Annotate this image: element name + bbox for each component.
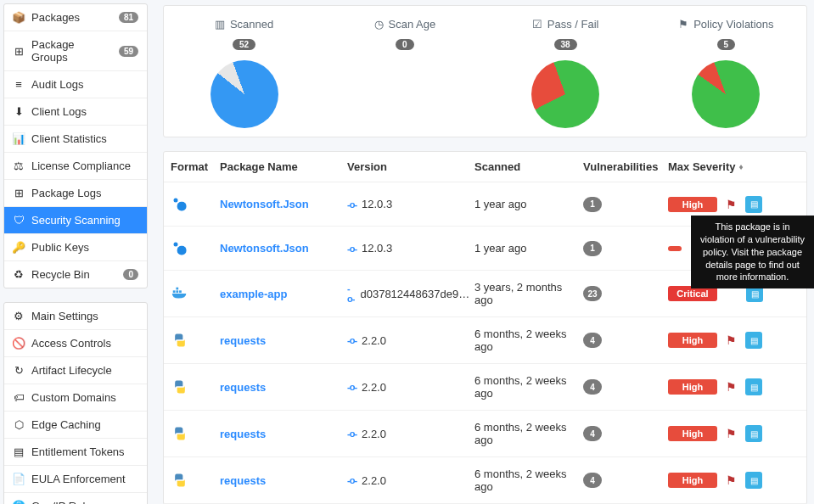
branch-icon: -o- [347,335,356,345]
vuln-count-badge: 1 [583,241,602,256]
nav-icon: ♻ [13,269,25,281]
sidebar-item-label: Edge Caching [31,418,138,431]
table-row: requests-o-2.2.06 months, 2 weeks ago4Hi… [164,364,806,411]
details-button[interactable]: ▤ [745,332,762,349]
package-name-link[interactable]: requests [220,381,347,394]
sidebar-item-client-logs[interactable]: ⬇Client Logs [4,98,147,126]
th-vulns[interactable]: Vulnerabilities [583,160,668,173]
sidebar-item-label: Package Groups [31,38,112,64]
th-format[interactable]: Format [171,160,220,173]
sidebar-item-main-settings[interactable]: ⚙Main Settings [4,303,147,330]
severity-cell: High⚑▤ [668,378,806,395]
th-name[interactable]: Package Name [220,160,347,173]
sidebar-item-edge-caching[interactable]: ⬡Edge Caching [4,412,147,439]
sidebar-item-license-compliance[interactable]: ⚖License Compliance [4,153,147,180]
version-cell: -o-2.2.0 [347,428,474,440]
barcode-icon: ▥ [215,18,225,31]
nav-icon: ▤ [13,446,25,458]
details-button[interactable]: ▤ [745,196,762,213]
violation-flag-icon[interactable]: ⚑ [726,473,737,487]
nav-icon: ⚖ [13,160,25,172]
card-title: Scanned [230,18,273,31]
format-icon [171,471,189,490]
sidebar-item-recycle-bin[interactable]: ♻Recycle Bin0 [4,261,147,288]
format-icon [171,239,189,258]
version-cell: -o-2.2.0 [347,381,474,394]
sidebar-item-packages[interactable]: 📦Packages81 [4,4,147,31]
details-button[interactable]: ▤ [745,425,762,442]
branch-icon: -o- [347,199,356,210]
sidebar-item-public-keys[interactable]: 🔑Public Keys [4,234,147,261]
nav-icon: ≡ [13,79,25,91]
vuln-count-badge: 1 [583,197,602,212]
sidebar-item-label: Client Logs [31,105,138,118]
sidebar-item-geo-ip-rules[interactable]: 🌐Geo/IP Rules [4,493,147,504]
vuln-count-badge: 4 [583,333,602,348]
format-icon [171,378,189,396]
details-button[interactable]: ▤ [745,378,762,395]
violation-flag-icon[interactable]: ⚑ [726,333,737,347]
nav-icon: ⬇ [13,106,25,118]
scanned-cell: 3 years, 2 months ago [474,281,583,306]
branch-icon: -o- [347,283,355,304]
th-severity[interactable]: Max Severity♦ [668,160,806,173]
vuln-cell: 4 [583,426,668,441]
severity-badge: High [668,473,717,488]
nav-icon: ⬡ [13,419,25,431]
severity-badge: High [668,426,717,441]
sidebar-item-entitlement-tokens[interactable]: ▤Entitlement Tokens [4,439,147,466]
details-button[interactable]: ▤ [745,472,762,489]
scanned-cell: 6 months, 2 weeks ago [474,421,583,446]
version-cell: -o-2.2.0 [347,474,474,487]
table-header: Format Package Name Version Scanned Vuln… [164,152,806,182]
sidebar-item-access-controls[interactable]: 🚫Access Controls [4,330,147,357]
sidebar-item-label: Public Keys [31,241,138,254]
sidebar-item-audit-logs[interactable]: ≡Audit Logs [4,71,147,98]
branch-icon: -o- [347,244,356,254]
scanned-cell: 6 months, 2 weeks ago [474,374,583,400]
sidebar-item-package-groups[interactable]: ⊞Package Groups59 [4,31,147,71]
package-name-link[interactable]: Newtonsoft.Json [220,198,347,210]
sidebar-item-label: Artifact Lifecycle [31,364,138,377]
package-name-link[interactable]: requests [220,474,347,487]
sidebar-item-label: Main Settings [31,310,138,322]
vuln-cell: 4 [583,473,668,488]
svg-rect-4 [173,290,176,293]
violation-flag-icon[interactable]: ⚑ [726,380,737,394]
vuln-cell: 23 [583,286,668,301]
count-badge: 81 [119,12,138,23]
package-name-link[interactable]: requests [220,428,347,440]
svg-rect-6 [179,290,182,293]
version-cell: -o-12.0.3 [347,198,474,210]
package-name-link[interactable]: Newtonsoft.Json [220,242,347,255]
branch-icon: -o- [347,475,356,485]
version-cell: -o-12.0.3 [347,242,474,255]
severity-badge: High [668,379,717,395]
th-scanned[interactable]: Scanned [474,160,583,173]
format-icon [171,284,189,303]
sidebar-item-artifact-lifecycle[interactable]: ↻Artifact Lifecycle [4,357,147,384]
sidebar-item-security-scanning[interactable]: 🛡Security Scanning [4,207,147,234]
package-name-link[interactable]: requests [220,334,347,347]
severity-cell: High⚑▤ [668,196,806,213]
th-version[interactable]: Version [347,160,474,173]
count-badge: 0 [396,39,414,50]
violation-flag-icon[interactable]: ⚑ [726,427,737,440]
sidebar-item-label: EULA Enforcement [31,473,138,485]
nav-icon: ↻ [13,365,25,377]
sidebar-item-custom-domains[interactable]: 🏷Custom Domains [4,384,147,412]
severity-cell: High⚑▤ [668,472,806,489]
sidebar-item-package-logs[interactable]: ⊞Package Logs [4,180,147,207]
sidebar-item-eula-enforcement[interactable]: 📄EULA Enforcement [4,466,147,493]
vuln-cell: 1 [583,241,668,256]
card-scanage: ◷Scan Age 0 [324,18,485,128]
nav-icon: 📦 [13,12,25,24]
package-name-link[interactable]: example-app [220,288,347,300]
nav-icon: ⊞ [13,45,25,57]
sidebar-item-client-statistics[interactable]: 📊Client Statistics [4,126,147,153]
format-icon [171,424,189,443]
vuln-cell: 1 [583,197,668,212]
svg-rect-3 [177,245,187,255]
nav-icon: 📊 [13,133,25,145]
violation-flag-icon[interactable]: ⚑ [726,198,737,211]
